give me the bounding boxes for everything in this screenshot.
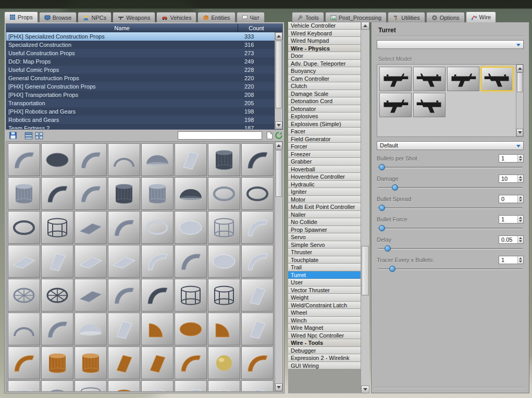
prop-thumbnail[interactable]: [75, 143, 107, 176]
wire-list-item[interactable]: Prop Spawner: [288, 226, 361, 234]
wire-list-item[interactable]: User: [288, 279, 361, 287]
scroll-up-button[interactable]: [516, 65, 523, 72]
list-view-icon[interactable]: [24, 131, 33, 140]
scroll-up-button[interactable]: [361, 22, 369, 30]
prop-thumbnail[interactable]: [175, 346, 207, 379]
prop-thumbnail[interactable]: [108, 245, 140, 278]
model-thumbnail[interactable]: [379, 93, 412, 117]
wire-list-item[interactable]: Door: [288, 52, 361, 60]
prop-thumbnail[interactable]: [208, 279, 240, 312]
prop-thumbnail[interactable]: [75, 211, 107, 244]
spinner-buttons[interactable]: [517, 155, 523, 162]
prop-thumbnail[interactable]: [41, 346, 73, 379]
wire-list-item[interactable]: Hoverball: [288, 166, 361, 173]
spinner-buttons[interactable]: [517, 216, 523, 223]
slider-track[interactable]: [378, 167, 523, 168]
tab-npcs[interactable]: NPCs: [78, 12, 112, 22]
wire-list-item[interactable]: GUI Wiring: [288, 362, 361, 370]
prop-thumbnail[interactable]: [108, 211, 140, 244]
number-input[interactable]: 10: [499, 175, 524, 183]
prop-thumbnail[interactable]: [241, 211, 274, 244]
tab-vehicles[interactable]: Vehicles: [156, 12, 196, 22]
wire-list-item[interactable]: Wheel: [288, 309, 361, 317]
prop-thumbnail[interactable]: [141, 143, 174, 176]
scroll-down-button[interactable]: [275, 383, 282, 391]
model-thumbnail[interactable]: [413, 67, 446, 91]
slider-track[interactable]: [378, 207, 523, 209]
prop-thumbnail[interactable]: [241, 279, 274, 312]
tab-чат[interactable]: Чат: [237, 12, 265, 22]
wire-list-item[interactable]: Expression 2 - Wirelink: [288, 354, 361, 362]
slider-handle[interactable]: [379, 225, 385, 231]
wire-list-item[interactable]: Damage Scale: [288, 90, 361, 98]
model-thumbnail[interactable]: [481, 67, 513, 91]
prop-thumbnail[interactable]: [175, 279, 207, 312]
prop-thumbnail[interactable]: [8, 346, 40, 379]
wire-list-item[interactable]: Freezer: [288, 151, 361, 158]
number-input[interactable]: 1: [499, 256, 524, 264]
tab-wire[interactable]: Wire: [466, 11, 497, 22]
prop-thumbnail[interactable]: [108, 279, 140, 312]
number-input[interactable]: 0: [499, 195, 524, 203]
prop-thumbnail[interactable]: [41, 380, 73, 392]
table-row[interactable]: [PHX] General Construction Props220: [6, 82, 275, 91]
prop-thumbnail[interactable]: [8, 279, 40, 312]
tab-browse[interactable]: Browse: [39, 12, 77, 22]
wire-list-item[interactable]: Vehicle Controller: [288, 22, 361, 30]
table-row[interactable]: Useful Comic Props228: [6, 66, 275, 74]
prop-thumbnail[interactable]: [175, 143, 207, 176]
prop-thumbnail[interactable]: [208, 313, 240, 345]
scrollbar-thumb[interactable]: [276, 150, 282, 197]
prop-thumbnail[interactable]: [241, 245, 274, 278]
slider-track[interactable]: [378, 248, 523, 250]
tab-tools[interactable]: Tools: [292, 12, 324, 22]
tab-props[interactable]: Props: [4, 11, 38, 22]
spinner-buttons[interactable]: [517, 236, 523, 243]
prop-thumbnail[interactable]: [241, 143, 274, 176]
tab-post_processing[interactable]: Post_Processing: [325, 12, 387, 22]
prop-thumbnail[interactable]: [141, 313, 174, 345]
table-scrollbar[interactable]: [275, 32, 282, 129]
wire-list-item[interactable]: Simple Servo: [288, 241, 361, 249]
number-input[interactable]: 1: [499, 215, 524, 223]
wire-list-item[interactable]: Debugger: [288, 347, 361, 355]
prop-thumbnail[interactable]: [41, 313, 73, 345]
save-icon[interactable]: [9, 131, 17, 140]
wire-list-item[interactable]: Clutch: [288, 82, 361, 90]
wire-list-item[interactable]: Detonation Cord: [288, 97, 361, 105]
prop-thumbnail[interactable]: [41, 177, 73, 210]
prop-thumbnail[interactable]: [241, 346, 274, 379]
wire-list-item[interactable]: Adv. Dupe. Teleporter: [288, 60, 361, 68]
model-thumbnail[interactable]: [413, 93, 446, 117]
wire-list-item[interactable]: Field Generator: [288, 135, 361, 143]
wire-list-item[interactable]: Nailer: [288, 211, 361, 219]
table-row[interactable]: Transportation205: [6, 99, 275, 107]
wire-list-item[interactable]: Explosives: [288, 113, 361, 120]
prop-thumbnail[interactable]: [41, 279, 73, 312]
slider-track[interactable]: [378, 268, 523, 270]
refresh-icon[interactable]: [275, 131, 283, 140]
prop-thumbnail[interactable]: [141, 177, 174, 210]
wire-list-item[interactable]: Detonator: [288, 105, 361, 113]
prop-thumbnail[interactable]: [75, 380, 107, 392]
model-scrollbar[interactable]: [516, 65, 523, 136]
prop-thumbnail[interactable]: [75, 279, 107, 312]
prop-thumbnail[interactable]: [241, 177, 274, 210]
prop-thumbnail[interactable]: [208, 380, 240, 392]
wire-list-item[interactable]: Thruster: [288, 248, 361, 256]
table-header[interactable]: Name Count: [6, 24, 282, 32]
prop-thumbnail[interactable]: [208, 177, 240, 210]
table-row[interactable]: [PHX] Robotics and Gears198: [6, 107, 275, 116]
wire-list-item[interactable]: No Collide: [288, 218, 361, 226]
prop-grid-scrollbar[interactable]: [275, 142, 282, 391]
prop-thumbnail[interactable]: [208, 346, 240, 379]
scroll-down-button[interactable]: [361, 385, 369, 393]
wire-list-item[interactable]: Weight: [288, 294, 361, 302]
wire-list-item[interactable]: Cam Controller: [288, 75, 361, 83]
prop-thumbnail[interactable]: [41, 245, 73, 278]
wire-list-item[interactable]: Forcer: [288, 143, 361, 151]
preset-combobox[interactable]: Default: [377, 141, 524, 150]
scroll-up-button[interactable]: [275, 32, 282, 40]
page-icon[interactable]: [265, 131, 274, 140]
tab-entities[interactable]: Entities: [197, 12, 235, 22]
